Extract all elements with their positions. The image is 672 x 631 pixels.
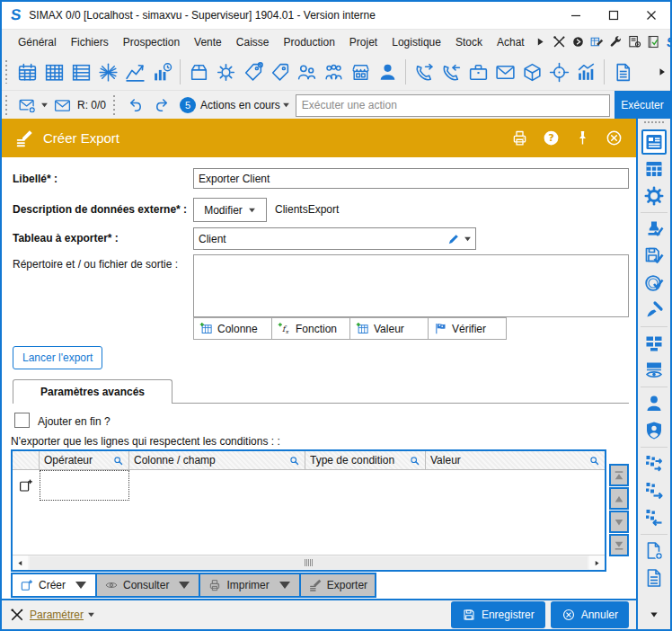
wrench-icon[interactable] — [607, 33, 624, 50]
close-button[interactable] — [632, 2, 670, 29]
menu-vente[interactable]: Vente — [187, 31, 229, 53]
valeur-button[interactable]: Valeur — [349, 317, 429, 340]
toolbar-overflow-icon[interactable] — [656, 67, 668, 76]
tag-icon[interactable] — [266, 58, 293, 85]
parametrer-link[interactable]: Paramétrer — [30, 609, 84, 621]
fonction-button[interactable]: Fonction — [271, 317, 350, 340]
column-header-colonne-champ[interactable]: Colonne / champ — [129, 451, 305, 469]
calendar-icon[interactable] — [13, 58, 40, 85]
toolbar-gripper[interactable] — [113, 95, 118, 115]
validate-stamp-icon[interactable] — [641, 217, 667, 242]
cancel-button[interactable]: Annuler — [551, 601, 629, 628]
overflow-arrow-icon[interactable] — [532, 33, 549, 50]
menu-projet[interactable]: Projet — [342, 31, 385, 53]
menu-prospection[interactable]: Prospection — [116, 31, 187, 53]
save-check-icon[interactable] — [641, 244, 667, 269]
chevron-down-icon[interactable] — [87, 611, 95, 618]
task-list-icon[interactable] — [67, 58, 94, 85]
actions-count-badge[interactable]: 5 — [180, 97, 196, 113]
export-single-icon[interactable] — [641, 478, 667, 503]
menu-logistique[interactable]: Logistique — [385, 31, 448, 53]
menu-production[interactable]: Production — [276, 31, 341, 53]
pencil-icon[interactable] — [447, 232, 461, 246]
append-checkbox-label[interactable]: Ajouter en fin ? — [38, 415, 111, 428]
menu-achat[interactable]: Achat — [490, 31, 532, 53]
consulter-button[interactable]: Consulter — [95, 574, 199, 596]
form-settings-icon[interactable] — [626, 33, 643, 50]
focused-cell[interactable] — [40, 470, 129, 501]
column-header-type-condition[interactable]: Type de condition — [305, 451, 426, 469]
close-form-icon[interactable] — [605, 129, 623, 147]
table-cells-icon[interactable] — [641, 331, 667, 356]
save-button[interactable]: Enregistrer — [451, 601, 545, 628]
go-previous-row-button[interactable] — [609, 487, 629, 510]
simax-menu-logo[interactable]: S — [663, 34, 672, 49]
approve-circle-icon[interactable] — [641, 271, 667, 296]
toolbar-gripper[interactable] — [5, 60, 10, 84]
undo-icon[interactable] — [121, 92, 148, 119]
tab-parametres-avances[interactable]: Paramètres avancés — [13, 379, 172, 404]
column-header-valeur[interactable]: Valeur — [426, 451, 605, 469]
minimize-button[interactable] — [557, 2, 595, 29]
redo-icon[interactable] — [148, 92, 175, 119]
chevron-down-icon[interactable] — [282, 102, 290, 109]
scroll-left-arrow[interactable] — [13, 555, 28, 570]
pin-icon[interactable] — [573, 129, 592, 147]
cube-icon[interactable] — [518, 58, 545, 85]
phone-outgoing-icon[interactable] — [411, 58, 438, 85]
tools-icon[interactable] — [9, 607, 25, 623]
stats-clock-icon[interactable] — [148, 58, 175, 85]
menu-fichiers[interactable]: Fichiers — [64, 31, 116, 53]
planning-grid-icon[interactable] — [40, 58, 67, 85]
person-icon[interactable] — [374, 58, 401, 85]
go-first-row-button[interactable] — [609, 464, 629, 486]
exporter-button[interactable]: Exporter — [299, 574, 375, 596]
chevron-down-icon[interactable] — [40, 102, 49, 109]
maximize-button[interactable] — [595, 2, 632, 29]
scrollbar-thumb[interactable] — [30, 556, 588, 569]
group-icon[interactable] — [320, 58, 347, 85]
menu-general[interactable]: Général — [11, 31, 64, 53]
sidebar-overflow-icon[interactable] — [650, 606, 659, 622]
actions-in-progress-label[interactable]: Actions en cours — [200, 99, 280, 111]
envelope-icon[interactable] — [491, 58, 518, 85]
go-last-row-button[interactable] — [609, 534, 629, 556]
tableau-combobox[interactable]: Client — [193, 227, 476, 250]
modifier-dropdown-button[interactable]: Modifier — [193, 198, 267, 222]
notepad-check-icon[interactable] — [645, 33, 662, 50]
search-icon[interactable] — [409, 455, 420, 467]
execute-button[interactable]: Exécuter — [615, 91, 670, 120]
menu-caisse[interactable]: Caisse — [229, 31, 277, 53]
gear-icon[interactable] — [212, 58, 239, 85]
burst-icon[interactable] — [94, 58, 121, 85]
settings-gear-icon[interactable] — [641, 183, 667, 209]
paintbrush-icon[interactable] — [641, 298, 667, 323]
security-shield-icon[interactable] — [641, 418, 667, 443]
add-row-icon[interactable] — [13, 470, 40, 501]
chevron-down-icon[interactable] — [74, 578, 88, 592]
sidebar-gripper[interactable] — [644, 121, 664, 125]
imprimer-button[interactable]: Imprimer — [199, 574, 298, 596]
line-chart-icon[interactable] — [121, 58, 148, 85]
scrollbar-track[interactable] — [28, 555, 589, 570]
table-view-icon[interactable] — [641, 156, 667, 182]
chevron-down-icon[interactable] — [278, 578, 292, 592]
table-edit-icon[interactable] — [588, 33, 606, 50]
launch-export-button[interactable]: Lancer l'export — [13, 346, 102, 369]
search-icon[interactable] — [288, 455, 300, 467]
libelle-input[interactable] — [193, 168, 629, 189]
new-mail-icon[interactable] — [13, 92, 40, 119]
chevron-down-icon[interactable] — [464, 236, 472, 243]
colonne-button[interactable]: Colonne — [193, 317, 272, 340]
bar-chart-icon[interactable] — [572, 58, 599, 85]
execute-action-input[interactable] — [296, 94, 610, 117]
form-view-icon[interactable] — [641, 129, 667, 155]
scroll-right-arrow[interactable] — [589, 555, 605, 570]
run-action-icon[interactable] — [570, 33, 587, 50]
tools-icon[interactable] — [551, 33, 568, 50]
storefront-icon[interactable] — [347, 58, 374, 85]
document-icon[interactable] — [641, 565, 667, 591]
go-next-row-button[interactable] — [609, 511, 629, 533]
mail-icon[interactable] — [49, 92, 75, 119]
briefcase-icon[interactable] — [464, 58, 491, 85]
